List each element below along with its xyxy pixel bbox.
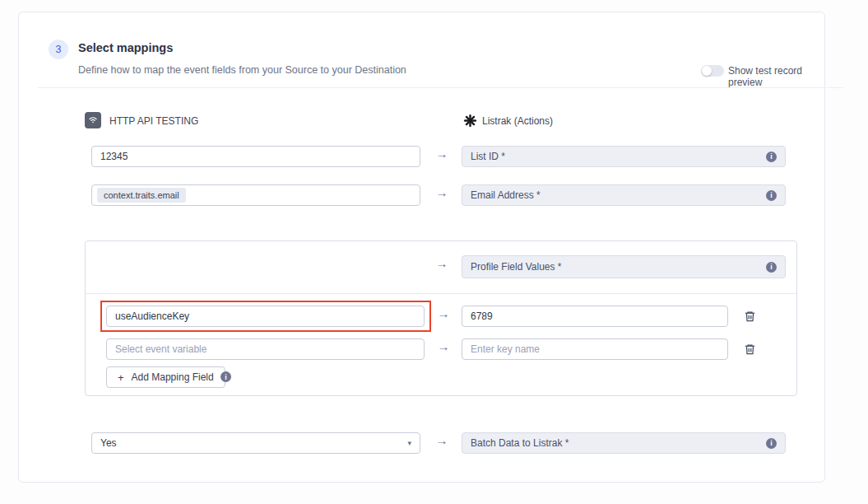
arrow-icon: → xyxy=(434,185,450,199)
profile-key-input-empty[interactable] xyxy=(106,338,425,360)
page-title: Select mappings xyxy=(78,41,173,54)
show-test-record-toggle[interactable] xyxy=(701,65,724,77)
profile-value-input-empty[interactable] xyxy=(462,338,728,360)
delete-row-button[interactable] xyxy=(742,342,757,357)
email-dest-field: Email Address * i xyxy=(462,184,786,206)
profile-value-input[interactable] xyxy=(462,306,728,327)
toggle-label: Show test record preview xyxy=(728,65,824,88)
batch-data-dest-label: Batch Data to Listrak * xyxy=(471,437,569,449)
group-divider xyxy=(86,293,796,294)
toggle-knob-icon xyxy=(702,66,712,76)
arrow-icon: → xyxy=(434,433,450,447)
batch-data-select[interactable]: Yes ▾ xyxy=(91,432,420,454)
arrow-icon: → xyxy=(434,256,450,270)
info-icon[interactable]: i xyxy=(766,438,777,449)
header-divider xyxy=(38,87,843,88)
list-id-dest-field: List ID * i xyxy=(462,146,786,167)
trash-icon xyxy=(744,343,756,356)
listrak-asterisk-icon xyxy=(462,113,477,128)
mappings-card: 3 Select mappings Define how to map the … xyxy=(18,12,825,483)
step-number: 3 xyxy=(56,44,62,55)
email-variable-chip[interactable]: context.traits.email xyxy=(97,188,186,203)
step-badge: 3 xyxy=(49,40,68,59)
trash-icon xyxy=(744,310,756,323)
info-icon[interactable]: i xyxy=(766,190,777,201)
add-mapping-field-label: Add Mapping Field xyxy=(132,371,214,383)
info-icon[interactable]: i xyxy=(766,152,777,162)
list-id-dest-label: List ID * xyxy=(471,151,505,162)
email-source-input[interactable]: context.traits.email xyxy=(91,184,420,206)
plus-icon: + xyxy=(118,371,124,384)
add-mapping-field-button[interactable]: + Add Mapping Field xyxy=(106,366,225,388)
delete-row-button[interactable] xyxy=(742,309,757,324)
page: 3 Select mappings Define how to map the … xyxy=(0,0,868,504)
arrow-icon: → xyxy=(435,306,452,320)
batch-data-selected-value: Yes xyxy=(100,437,117,449)
profile-field-values-dest-field: Profile Field Values * i xyxy=(462,255,786,278)
profile-field-values-label: Profile Field Values * xyxy=(471,261,562,273)
info-icon[interactable]: i xyxy=(220,371,231,382)
info-icon[interactable]: i xyxy=(766,262,777,273)
list-id-source-input[interactable] xyxy=(91,146,420,167)
page-subtitle: Define how to map the event fields from … xyxy=(78,64,406,76)
destination-label: Listrak (Actions) xyxy=(482,115,553,127)
chevron-down-icon: ▾ xyxy=(407,439,411,447)
profile-key-input[interactable] xyxy=(106,306,425,327)
email-dest-label: Email Address * xyxy=(471,189,541,201)
arrow-icon: → xyxy=(434,147,450,161)
batch-data-dest-field: Batch Data to Listrak * i xyxy=(462,432,786,454)
source-wifi-icon xyxy=(85,112,101,128)
source-label: HTTP API TESTING xyxy=(109,115,198,127)
arrow-icon: → xyxy=(435,339,452,353)
